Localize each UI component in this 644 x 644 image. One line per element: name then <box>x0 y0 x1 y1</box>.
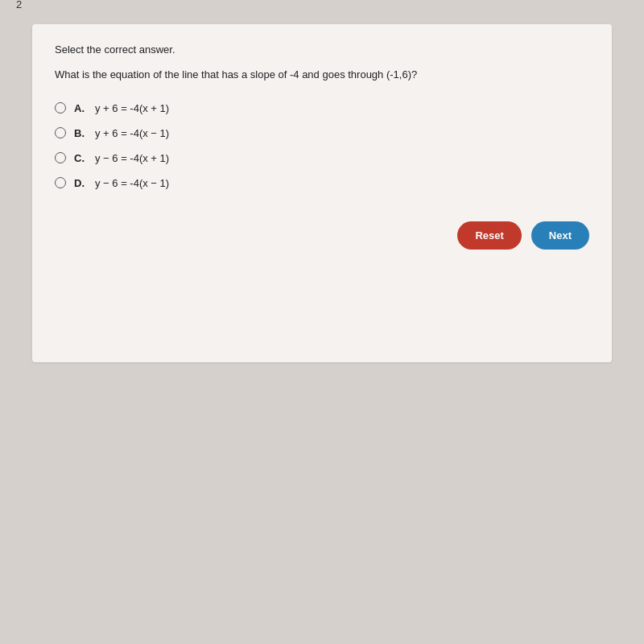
option-label-a: A. <box>74 102 89 114</box>
option-text-c: y − 6 = -4(x + 1) <box>95 152 169 164</box>
radio-c[interactable] <box>55 152 66 163</box>
instruction-text: Select the correct answer. <box>55 43 589 56</box>
option-text-d: y − 6 = -4(x − 1) <box>95 177 169 189</box>
option-text-a: y + 6 = -4(x + 1) <box>95 102 169 114</box>
option-d[interactable]: D. y − 6 = -4(x − 1) <box>55 177 589 189</box>
question-card: Select the correct answer. What is the e… <box>32 24 612 362</box>
option-text-b: y + 6 = -4(x − 1) <box>95 127 169 139</box>
radio-d[interactable] <box>55 177 66 188</box>
option-label-b: B. <box>74 127 89 139</box>
option-label-d: D. <box>74 177 89 189</box>
buttons-row: Reset Next <box>55 221 589 250</box>
radio-a[interactable] <box>55 102 66 114</box>
question-text: What is the equation of the line that ha… <box>55 67 589 83</box>
option-c[interactable]: C. y − 6 = -4(x + 1) <box>55 152 589 164</box>
next-button[interactable]: Next <box>531 221 589 250</box>
radio-b[interactable] <box>55 127 66 138</box>
options-list: A. y + 6 = -4(x + 1) B. y + 6 = -4(x − 1… <box>55 102 589 189</box>
option-label-c: C. <box>74 152 89 164</box>
reset-button[interactable]: Reset <box>457 221 521 250</box>
question-number: 2 <box>16 0 22 10</box>
option-b[interactable]: B. y + 6 = -4(x − 1) <box>55 127 589 139</box>
option-a[interactable]: A. y + 6 = -4(x + 1) <box>55 102 589 114</box>
